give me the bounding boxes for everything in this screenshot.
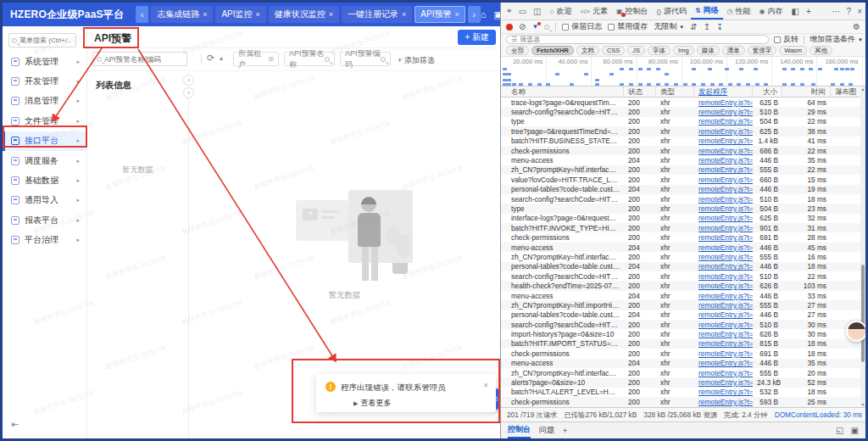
more-filters-dropdown[interactable]: 增加筛选条件▼ <box>810 34 863 45</box>
help-icon[interactable]: ? <box>847 7 852 16</box>
header-tab[interactable]: 健康状况监控× <box>269 6 339 23</box>
request-initiator-link[interactable]: remoteEntry.js?t=1751 <box>694 137 753 145</box>
sidebar-item-开发管理[interactable]: 开发管理▸ <box>3 71 87 91</box>
header-tab[interactable]: 志集成链路× <box>151 6 213 23</box>
table-row[interactable]: menu-access204xhrremoteEntry.js?t=175144… <box>501 291 861 300</box>
type-chip-媒体[interactable]: 媒体 <box>697 46 720 55</box>
sidebar-collapse-icon[interactable]: ⇤ <box>11 419 19 430</box>
tab-close-icon[interactable]: × <box>402 10 406 19</box>
menu-search-input[interactable] <box>19 36 70 44</box>
request-initiator-link[interactable]: remoteEntry.js?t=1751 <box>694 117 753 126</box>
type-chip-全部[interactable]: 全部 <box>506 46 529 55</box>
request-initiator-link[interactable]: remoteEntry.js?t=1751 <box>694 165 753 174</box>
tab-close-icon[interactable]: × <box>454 10 459 19</box>
more-panels-icon[interactable]: ◧ <box>789 7 802 16</box>
drawer-tab-控制台[interactable]: 控制台 <box>508 422 531 438</box>
panel-collapse-left-icon[interactable]: ‹ <box>183 75 194 86</box>
tab-close-icon[interactable]: × <box>329 10 333 19</box>
header-tab[interactable]: 一键注册记录× <box>342 6 412 23</box>
table-row[interactable]: check-permissions200xhrremoteEntry.js?t=… <box>501 349 861 358</box>
request-initiator-link[interactable]: remoteEntry.js?t=1751 <box>694 388 753 396</box>
alert-name-filter-field[interactable]: API预警名称 <box>284 52 335 66</box>
alert-code-filter-field[interactable]: API预警编码 <box>340 52 391 66</box>
request-initiator-link[interactable]: remoteEntry.js?t=1751 <box>694 214 753 222</box>
table-row[interactable]: personal-tables?code=table.customize204x… <box>501 185 861 194</box>
type-chip-套接字[interactable]: 套接字 <box>748 46 777 55</box>
home-icon[interactable]: ⌂ <box>481 10 487 20</box>
tenant-filter-field[interactable]: 所属租户 ⊞ <box>233 52 279 66</box>
list-search-input[interactable] <box>104 55 182 64</box>
sidebar-item-消息管理[interactable]: 消息管理▸ <box>3 92 87 111</box>
table-row[interactable]: tree?page=0&requestTimeEnd=2025-200xhrre… <box>501 126 861 136</box>
table-row[interactable]: search-config?searchCode=HITF.IMPO200xhr… <box>501 320 861 329</box>
type-chip-文档[interactable]: 文档 <box>576 46 599 55</box>
drawer-window-icon[interactable]: ▣ <box>851 426 859 435</box>
record-network-icon[interactable] <box>506 24 513 31</box>
new-button[interactable]: + 新建 <box>458 30 496 45</box>
column-header-时间[interactable]: 时间 <box>782 87 831 98</box>
table-row[interactable]: batch?HALT.ALERT_LEVEL=HALT.ALERT200xhrr… <box>501 388 861 397</box>
request-initiator-link[interactable]: remoteEntry.js?t=1751 <box>694 398 753 406</box>
request-initiator-link[interactable]: remoteEntry.js?t=1751 <box>694 147 753 155</box>
devtools-tab-欢迎[interactable]: ⌂欢迎 <box>546 3 576 20</box>
type-chip-Img[interactable]: Img <box>673 46 694 55</box>
request-initiator-link[interactable]: remoteEntry.js?t=1751 <box>694 185 753 193</box>
column-header-状态[interactable]: 状态 <box>624 87 656 98</box>
request-initiator-link[interactable]: remoteEntry.js?t=1751 <box>694 330 753 338</box>
import-har-icon[interactable]: ↥ <box>704 23 710 31</box>
devtools-tab-源代码[interactable]: {}源代码 <box>653 3 691 20</box>
menu-search-box[interactable] <box>8 33 76 47</box>
search-network-icon[interactable] <box>544 23 549 31</box>
request-initiator-link[interactable]: remoteEntry.js?t=1751 <box>694 127 753 136</box>
list-search-box[interactable] <box>92 52 187 66</box>
type-chip-CSS[interactable]: CSS <box>602 46 625 55</box>
scroll-up-icon[interactable]: ▲ <box>860 87 865 92</box>
drawer-add-tab[interactable]: + <box>563 422 567 438</box>
type-chip-其他[interactable]: 其他 <box>810 46 832 55</box>
devtools-tab-性能[interactable]: ◷性能 <box>723 3 755 20</box>
sidebar-item-系统管理[interactable]: 系统管理▸ <box>3 52 87 71</box>
table-row[interactable]: batch?HITF.INVOKE_TYPE=HITF.INVOK200xhrr… <box>501 223 861 232</box>
close-icon[interactable]: × <box>483 381 488 390</box>
export-har-icon[interactable]: ↧ <box>716 23 723 31</box>
table-row[interactable]: personal-tables?code=table.customize204x… <box>501 310 861 320</box>
table-row[interactable]: zh_CN?promptKey=hitf.interfaceLogs200xhr… <box>501 165 861 175</box>
request-initiator-link[interactable]: remoteEntry.js?t=1751 <box>694 243 753 252</box>
sidebar-item-调度服务[interactable]: 调度服务▸ <box>3 151 87 170</box>
drawer-tab-问题[interactable]: 问题 <box>539 422 554 438</box>
throttling-select[interactable]: 无限制▼ <box>654 21 684 32</box>
table-row[interactable]: zh_CN?promptKey=hitf.interfaceAlert200xh… <box>501 368 861 377</box>
table-row[interactable]: personal-tables?code=table.customize204x… <box>501 262 861 271</box>
table-row[interactable]: menu-access204xhrremoteEntry.js?t=175144… <box>501 359 861 368</box>
table-row[interactable]: search-config?searchCode=HITF.TRAC200xhr… <box>501 107 861 116</box>
clear-network-icon[interactable]: ⊘ <box>519 23 526 31</box>
collapse-filters-icon[interactable]: ▴ <box>220 54 223 62</box>
request-initiator-link[interactable]: remoteEntry.js?t=1751 <box>694 339 753 348</box>
disable-cache-checkbox[interactable]: 禁用缓存 <box>608 21 648 32</box>
network-settings-gear-icon[interactable]: ⚙ <box>853 23 860 31</box>
scrollbar-thumb[interactable] <box>861 265 865 362</box>
request-initiator-link[interactable]: remoteEntry.js?t=1751 <box>694 233 753 242</box>
type-chip-JS[interactable]: JS <box>627 46 645 55</box>
network-conditions-icon[interactable]: ⇵ <box>690 23 697 31</box>
table-row[interactable]: search-config?searchCode=HITF.INTER200xh… <box>501 271 861 281</box>
request-initiator-link[interactable]: remoteEntry.js?t=1751 <box>694 378 753 387</box>
devtools-tab-元素[interactable]: </>元素 <box>576 3 612 20</box>
network-filter-box[interactable]: ☰ <box>506 35 769 44</box>
sidebar-item-平台治理[interactable]: 平台治理▸ <box>3 231 87 250</box>
request-initiator-link[interactable]: remoteEntry.js?t=1751 <box>694 253 753 261</box>
device-toolbar-icon[interactable]: ▭ <box>516 7 529 16</box>
table-row[interactable]: trace-logs?page=0&requestTimeEnd=200xhrr… <box>501 98 861 107</box>
request-initiator-link[interactable]: remoteEntry.js?t=1751 <box>694 224 753 232</box>
preserve-log-checkbox[interactable]: 保留日志 <box>562 21 602 32</box>
sidebar-item-通用导入[interactable]: 通用导入▸ <box>3 191 87 210</box>
table-row[interactable]: zh_CN?promptKey=hitf.interfaceStatisti20… <box>501 252 861 261</box>
column-header-大小[interactable]: 大小 <box>753 87 782 98</box>
table-row[interactable]: type200xhrremoteEntry.js?t=1751504 B22 m… <box>501 117 861 126</box>
request-initiator-link[interactable]: remoteEntry.js?t=1751 <box>694 349 753 358</box>
devtools-tab-网络[interactable]: ⇅网络 <box>691 3 723 20</box>
tabs-scroll-left-icon[interactable]: ‹ <box>136 6 148 23</box>
header-tab[interactable]: API预警× <box>415 6 465 23</box>
table-row[interactable]: check-permissions200xhrremoteEntry.js?t=… <box>501 146 861 155</box>
table-row[interactable]: type200xhrremoteEntry.js?t=1751504 B23 m… <box>501 204 861 213</box>
